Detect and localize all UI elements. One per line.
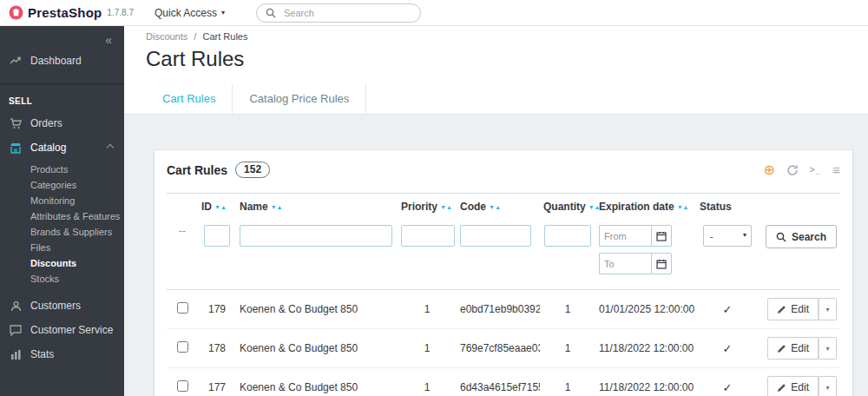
row-actions: Edit ▾ [767, 298, 837, 320]
calendar-icon[interactable] [651, 225, 672, 247]
sidebar-item-dashboard[interactable]: Dashboard [0, 49, 124, 73]
column-header-priority[interactable]: Priority▼▲ [398, 194, 457, 221]
sidebar-item-orders[interactable]: Orders [0, 111, 124, 135]
column-header-quantity[interactable]: Quantity▼▲ [540, 194, 595, 221]
cell-code: e0bd71eb9b03922b [457, 290, 540, 329]
tab-bar: Cart Rules Catalog Price Rules [124, 83, 868, 115]
sidebar-item-attributes-features[interactable]: Attributes & Features [0, 208, 124, 224]
edit-dropdown-button[interactable]: ▾ [819, 376, 837, 396]
cart-rules-panel: Cart Rules 152 ⊕ >_ ≡ [154, 149, 853, 396]
sidebar-item-brands-suppliers[interactable]: Brands & Suppliers [0, 224, 124, 240]
column-label: Expiration date [599, 201, 674, 213]
global-search[interactable] [256, 3, 421, 23]
column-header-id[interactable]: ID▼▲ [198, 194, 236, 221]
status-check-icon[interactable]: ✓ [696, 290, 759, 329]
chevron-up-icon [107, 144, 114, 151]
global-search-input[interactable] [282, 7, 411, 19]
filter-status-select[interactable]: - [703, 225, 752, 247]
sidebar-collapse-button[interactable]: « [0, 26, 124, 49]
column-header-actions [759, 194, 840, 221]
filter-date-to [599, 253, 672, 274]
sql-query-icon[interactable]: >_ [810, 166, 821, 175]
filter-priority-input[interactable] [401, 225, 455, 247]
edit-button[interactable]: Edit [767, 298, 819, 320]
cart-icon [9, 117, 23, 129]
sidebar-item-label: Customer Service [30, 324, 113, 336]
table-header-row: ID▼▲ Name▼▲ Priority▼▲ Code▼▲ Quantity▼▲… [167, 194, 840, 221]
row-checkbox[interactable] [177, 380, 188, 392]
sidebar-item-customers[interactable]: Customers [0, 294, 124, 318]
tab-catalog-price-rules[interactable]: Catalog Price Rules [233, 83, 366, 114]
search-button[interactable]: Search [766, 225, 837, 248]
edit-button[interactable]: Edit [767, 337, 819, 360]
record-count-badge: 152 [235, 162, 270, 178]
sidebar-item-label: Stats [30, 348, 54, 360]
row-actions: Edit ▾ [767, 376, 837, 396]
sort-icon[interactable]: ▼▲ [677, 204, 689, 210]
bar-chart-icon [9, 348, 23, 360]
cell-quantity: 1 [540, 329, 595, 368]
status-check-icon[interactable]: ✓ [696, 329, 759, 368]
sort-icon[interactable]: ▼▲ [271, 204, 283, 210]
sidebar-item-catalog[interactable]: Catalog [0, 135, 124, 160]
column-header-expiration[interactable]: Expiration date▼▲ [595, 194, 696, 221]
sidebar-item-label: Orders [30, 117, 62, 129]
edit-label: Edit [791, 381, 809, 393]
tab-cart-rules[interactable]: Cart Rules [146, 83, 233, 114]
store-icon [9, 142, 23, 154]
row-checkbox[interactable] [177, 302, 188, 314]
table-row: 179 Koenen & Co Budget 850 1 e0bd71eb9b0… [167, 290, 840, 329]
sidebar-item-discounts[interactable]: Discounts [0, 255, 124, 271]
edit-dropdown-button[interactable]: ▾ [819, 298, 837, 320]
breadcrumb-discounts[interactable]: Discounts [146, 31, 187, 42]
column-label: ID [201, 201, 212, 213]
column-header-name[interactable]: Name▼▲ [236, 194, 398, 221]
chat-icon [9, 324, 23, 336]
filter-date-from [599, 225, 672, 247]
filter-code-input[interactable] [460, 225, 531, 247]
column-label: Name [240, 201, 268, 213]
edit-button[interactable]: Edit [767, 376, 819, 396]
brand-name: PrestaShop [28, 5, 102, 20]
panel-toolbar: ⊕ >_ ≡ [763, 163, 840, 177]
cart-rules-table: ID▼▲ Name▼▲ Priority▼▲ Code▼▲ Quantity▼▲… [167, 193, 840, 396]
add-new-icon[interactable]: ⊕ [763, 163, 774, 177]
edit-dropdown-button[interactable]: ▾ [819, 337, 837, 360]
sidebar-item-stocks[interactable]: Stocks [0, 271, 124, 287]
sidebar-item-products[interactable]: Products [0, 162, 124, 177]
calendar-icon[interactable] [651, 253, 672, 274]
search-button-label: Search [792, 231, 826, 243]
quick-access-menu[interactable]: Quick Access ▾ [155, 7, 225, 19]
sidebar-item-stats[interactable]: Stats [0, 342, 124, 366]
sort-icon[interactable]: ▼▲ [440, 204, 452, 210]
sort-icon[interactable]: ▼▲ [489, 204, 501, 210]
table-row: 178 Koenen & Co Budget 850 1 769e7cf85ea… [167, 329, 840, 368]
sidebar-item-customer-service[interactable]: Customer Service [0, 318, 124, 342]
sidebar-item-monitoring[interactable]: Monitoring [0, 193, 124, 208]
cell-priority: 1 [398, 368, 457, 396]
content-area: Cart Rules 152 ⊕ >_ ≡ [124, 115, 868, 396]
column-header-code[interactable]: Code▼▲ [457, 194, 540, 221]
sidebar-item-files[interactable]: Files [0, 240, 124, 255]
sidebar-item-categories[interactable]: Categories [0, 177, 124, 193]
caret-down-icon: ▾ [825, 345, 829, 353]
status-check-icon[interactable]: ✓ [696, 368, 759, 396]
person-icon [9, 300, 23, 312]
cell-id: 179 [198, 290, 236, 329]
sidebar-item-label: Catalog [30, 142, 66, 154]
sort-icon[interactable]: ▼▲ [214, 204, 227, 210]
column-header-checkbox [167, 194, 198, 221]
panel-title: Cart Rules [167, 163, 227, 177]
refresh-icon[interactable] [786, 164, 799, 176]
filter-quantity-input[interactable] [544, 225, 591, 247]
filter-date-from-input[interactable] [599, 225, 651, 247]
filter-id-input[interactable] [204, 225, 230, 247]
filter-date-to-input[interactable] [599, 253, 651, 274]
sidebar-section-sell: SELL [0, 83, 124, 111]
pencil-icon [777, 344, 786, 353]
caret-down-icon: ▾ [825, 384, 829, 392]
cell-name: Koenen & Co Budget 850 [236, 290, 398, 329]
export-icon[interactable]: ≡ [832, 163, 840, 176]
filter-name-input[interactable] [240, 225, 392, 247]
row-checkbox[interactable] [177, 341, 188, 353]
